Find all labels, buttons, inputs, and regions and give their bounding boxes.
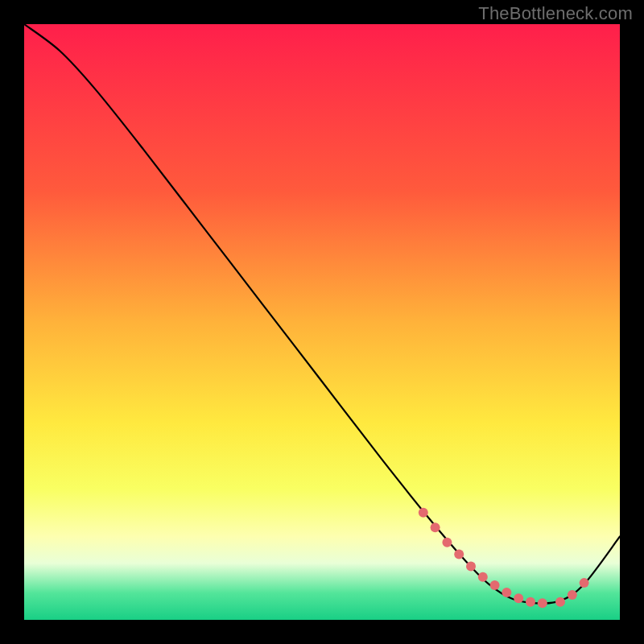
bottleneck-chart — [24, 24, 620, 620]
marker-dot — [514, 593, 523, 603]
marker-dot — [502, 588, 511, 597]
marker-dot — [442, 538, 452, 547]
marker-dot — [454, 550, 464, 559]
chart-stage: TheBottleneck.com — [0, 0, 644, 644]
gradient-panel — [24, 24, 620, 620]
marker-dot — [466, 561, 476, 571]
marker-dot — [490, 580, 500, 590]
marker-dot — [478, 572, 488, 582]
marker-dot — [538, 598, 547, 608]
marker-dot — [580, 578, 589, 588]
marker-dot — [419, 508, 428, 518]
marker-dot — [431, 522, 440, 532]
marker-dot — [526, 597, 535, 607]
marker-dot — [555, 597, 565, 607]
marker-dot — [568, 590, 577, 600]
watermark-text: TheBottleneck.com — [478, 3, 633, 24]
